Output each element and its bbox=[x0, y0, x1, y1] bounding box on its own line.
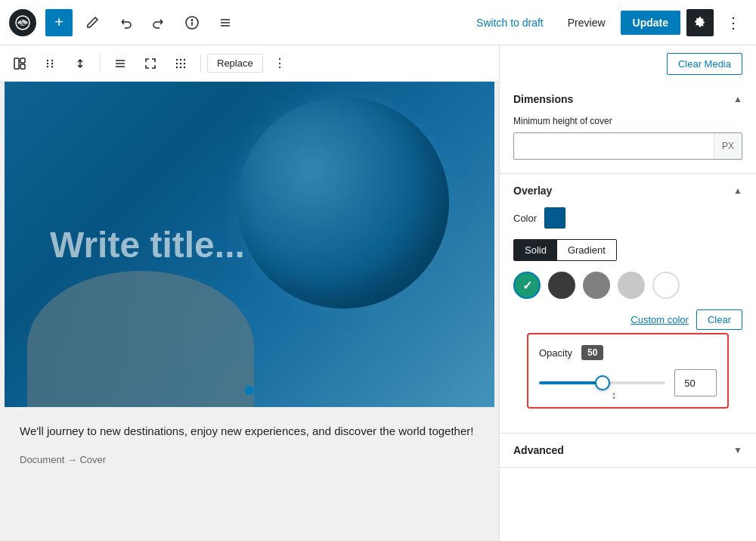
block-more-button[interactable]: ⋮ bbox=[266, 50, 293, 77]
overlay-section: Overlay ▲ Color Solid Gradient ✓ bbox=[500, 174, 756, 434]
svg-point-14 bbox=[51, 62, 53, 64]
swatch-gray[interactable] bbox=[583, 272, 610, 299]
toolbar-divider-2 bbox=[200, 54, 201, 73]
align-button[interactable] bbox=[107, 50, 134, 77]
gradient-tab[interactable]: Gradient bbox=[557, 240, 616, 260]
advanced-title: Advanced bbox=[513, 444, 564, 456]
main-area: Replace ⋮ Write title... We'll journey t… bbox=[0, 45, 756, 541]
dimensions-content: Minimum height of cover PX bbox=[500, 116, 756, 173]
svg-point-19 bbox=[176, 58, 178, 60]
svg-point-27 bbox=[184, 66, 185, 67]
swatch-white[interactable] bbox=[652, 272, 680, 299]
info-button[interactable] bbox=[178, 9, 206, 36]
overlay-chevron-up-icon: ▲ bbox=[733, 185, 742, 196]
swatch-teal[interactable]: ✓ bbox=[513, 272, 541, 299]
svg-point-3 bbox=[191, 19, 193, 20]
block-type-icon-button[interactable] bbox=[6, 50, 33, 77]
opacity-slider-wrap[interactable]: ↕ bbox=[539, 375, 665, 390]
color-label: Color bbox=[513, 213, 537, 224]
switch-to-draft-button[interactable]: Switch to draft bbox=[467, 12, 553, 33]
slide-dot-active bbox=[245, 386, 254, 395]
svg-point-10 bbox=[47, 59, 48, 61]
svg-point-20 bbox=[180, 58, 181, 60]
clear-media-button[interactable]: Clear Media bbox=[667, 53, 742, 75]
dimensions-title: Dimensions bbox=[513, 93, 573, 105]
dimensions-header[interactable]: Dimensions ▲ bbox=[500, 82, 756, 116]
opacity-input[interactable]: 50 bbox=[674, 369, 717, 396]
custom-clear-row: Custom color Clear bbox=[513, 309, 742, 330]
svg-point-21 bbox=[184, 58, 185, 60]
px-unit-label: PX bbox=[714, 133, 742, 159]
grid-button[interactable] bbox=[167, 50, 194, 77]
editor-area: Replace ⋮ Write title... We'll journey t… bbox=[0, 45, 499, 541]
dimensions-chevron-up-icon: ▲ bbox=[733, 94, 742, 104]
swatch-dark[interactable] bbox=[548, 272, 575, 299]
overlay-header[interactable]: Overlay ▲ bbox=[500, 174, 756, 207]
clear-media-area: Clear Media bbox=[500, 45, 756, 82]
wp-logo bbox=[9, 9, 36, 36]
opacity-section: Opacity 50 ↕ 50 bbox=[527, 333, 729, 409]
min-height-input-wrap: PX bbox=[513, 132, 742, 160]
fullscreen-button[interactable] bbox=[137, 50, 164, 77]
top-bar: + Switch to draft Preview Update bbox=[0, 0, 756, 45]
opacity-header: Opacity 50 bbox=[539, 345, 717, 360]
dimensions-section: Dimensions ▲ Minimum height of cover PX bbox=[500, 82, 756, 174]
sidebar: Clear Media Dimensions ▲ Minimum height … bbox=[499, 45, 756, 541]
svg-rect-8 bbox=[20, 58, 25, 63]
swatch-light[interactable] bbox=[618, 272, 645, 299]
update-button[interactable]: Update bbox=[621, 11, 680, 35]
opacity-label: Opacity bbox=[539, 347, 572, 359]
svg-point-15 bbox=[51, 65, 53, 67]
top-bar-right: Switch to draft Preview Update ⋮ bbox=[467, 9, 747, 36]
swatch-checkmark: ✓ bbox=[522, 278, 532, 293]
content-paragraph[interactable]: We'll journey to new destinations, enjoy… bbox=[5, 407, 494, 448]
svg-point-12 bbox=[47, 65, 48, 67]
opacity-row: ↕ 50 bbox=[539, 369, 717, 396]
solid-tab[interactable]: Solid bbox=[514, 240, 557, 260]
cover-image-block[interactable]: Write title... bbox=[5, 82, 494, 407]
breadcrumb: Document → Cover bbox=[5, 448, 494, 471]
svg-point-26 bbox=[180, 66, 181, 67]
svg-point-13 bbox=[51, 59, 53, 61]
opacity-badge: 50 bbox=[581, 345, 603, 360]
list-view-button[interactable] bbox=[212, 9, 239, 36]
replace-button[interactable]: Replace bbox=[207, 54, 263, 73]
settings-button[interactable] bbox=[686, 9, 714, 36]
min-height-input[interactable] bbox=[514, 141, 714, 152]
svg-point-11 bbox=[47, 62, 48, 64]
block-toolbar: Replace ⋮ bbox=[0, 45, 499, 82]
opacity-slider-thumb[interactable] bbox=[595, 375, 610, 390]
edit-icon-button[interactable] bbox=[79, 9, 106, 36]
solid-gradient-tabs: Solid Gradient bbox=[513, 239, 617, 261]
svg-point-23 bbox=[180, 62, 181, 64]
redo-button[interactable] bbox=[145, 9, 172, 36]
svg-point-22 bbox=[176, 62, 178, 64]
advanced-header[interactable]: Advanced ▼ bbox=[500, 434, 756, 467]
overlay-content: Color Solid Gradient ✓ Cust bbox=[500, 207, 756, 433]
add-block-button[interactable]: + bbox=[45, 9, 73, 36]
cover-title[interactable]: Write title... bbox=[5, 224, 245, 266]
slide-dots bbox=[245, 386, 254, 395]
overlay-title: Overlay bbox=[513, 185, 552, 197]
svg-point-24 bbox=[184, 62, 185, 64]
toolbar-divider bbox=[100, 54, 101, 73]
color-swatch-button[interactable] bbox=[544, 207, 565, 229]
color-row: Color bbox=[513, 207, 742, 229]
more-options-button[interactable]: ⋮ bbox=[720, 9, 747, 36]
min-height-label: Minimum height of cover bbox=[513, 116, 742, 126]
svg-rect-9 bbox=[20, 64, 25, 69]
advanced-chevron-down-icon: ▼ bbox=[733, 445, 742, 455]
move-up-down-button[interactable] bbox=[67, 50, 94, 77]
cursor-icon: ↕ bbox=[612, 389, 617, 401]
svg-rect-7 bbox=[14, 58, 19, 69]
drag-handle-button[interactable] bbox=[36, 50, 64, 77]
preview-button[interactable]: Preview bbox=[559, 12, 615, 33]
advanced-section: Advanced ▼ bbox=[500, 434, 756, 468]
undo-button[interactable] bbox=[112, 9, 139, 36]
color-swatches-row: ✓ bbox=[513, 272, 742, 299]
custom-color-button[interactable]: Custom color bbox=[631, 314, 689, 325]
svg-point-25 bbox=[176, 66, 178, 67]
clear-overlay-button[interactable]: Clear bbox=[696, 309, 742, 330]
